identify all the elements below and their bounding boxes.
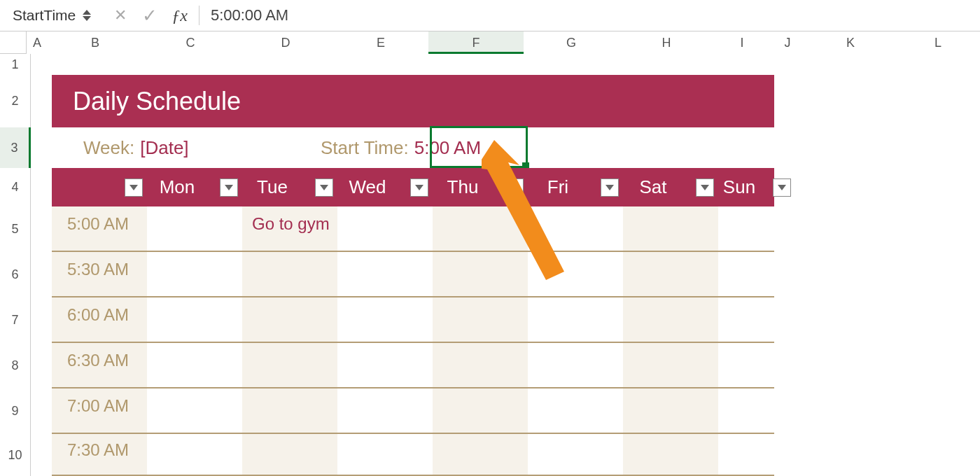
row-divider bbox=[52, 342, 774, 343]
row-header-7[interactable]: 7 bbox=[0, 298, 31, 343]
column-header-I[interactable]: I bbox=[714, 31, 770, 54]
row-header-3[interactable]: 3 bbox=[0, 127, 31, 168]
time-slot[interactable]: 5:30 AM bbox=[52, 252, 147, 287]
row-header-1[interactable]: 1 bbox=[0, 54, 31, 75]
row-divider bbox=[52, 296, 774, 298]
column-header-L[interactable]: L bbox=[896, 31, 980, 54]
column-header-H[interactable]: H bbox=[619, 31, 714, 54]
day-header-fri: Fri bbox=[514, 168, 623, 206]
formula-value[interactable]: 5:00:00 AM bbox=[211, 6, 288, 24]
column-header-D[interactable]: D bbox=[238, 31, 333, 54]
day-label: Sat bbox=[639, 176, 666, 198]
name-box-value: StartTime bbox=[13, 7, 76, 24]
day-label: Thu bbox=[447, 176, 479, 198]
day-label: Sun bbox=[723, 176, 755, 198]
day-header-thu: Thu bbox=[419, 168, 528, 206]
week-label: Week: bbox=[83, 137, 134, 159]
day-header-sun: Sun bbox=[704, 168, 795, 206]
time-slot[interactable]: 7:00 AM bbox=[52, 388, 147, 424]
time-slot[interactable]: 7:30 AM bbox=[52, 434, 147, 465]
cancel-icon[interactable]: ✕ bbox=[113, 6, 128, 24]
column-header-K[interactable]: K bbox=[805, 31, 896, 54]
column-header-E[interactable]: E bbox=[333, 31, 428, 54]
fx-icon[interactable]: ƒx bbox=[172, 6, 188, 25]
time-slot[interactable]: 6:30 AM bbox=[52, 343, 147, 378]
meta-row: Week:[Date] bbox=[83, 127, 189, 168]
chevron-down-icon bbox=[778, 185, 786, 190]
chevron-up-icon bbox=[83, 10, 91, 15]
row-header-5[interactable]: 5 bbox=[0, 206, 31, 252]
row-header-2[interactable]: 2 bbox=[0, 75, 31, 127]
select-all-corner[interactable] bbox=[0, 31, 27, 54]
sheet-area[interactable]: Daily ScheduleWeek:[Date]Start Time:5:00… bbox=[31, 54, 980, 476]
week-value[interactable]: [Date] bbox=[140, 137, 188, 159]
day-label: Tue bbox=[257, 176, 288, 198]
column-header-J[interactable]: J bbox=[770, 31, 805, 54]
day-label: Mon bbox=[160, 176, 195, 198]
day-label: Wed bbox=[349, 176, 386, 198]
day-header-tue: Tue bbox=[228, 168, 337, 206]
title-banner: Daily Schedule bbox=[52, 75, 774, 127]
schedule-entry[interactable]: Go to gym bbox=[242, 206, 337, 241]
chevron-down-icon bbox=[83, 16, 91, 21]
column-header-F[interactable]: F bbox=[428, 31, 524, 54]
column-header-C[interactable]: C bbox=[143, 31, 238, 54]
row-headers: 12345678910 bbox=[0, 54, 31, 476]
filter-button-sun[interactable] bbox=[773, 178, 791, 197]
row-header-10[interactable]: 10 bbox=[0, 434, 31, 476]
confirm-icon[interactable]: ✓ bbox=[142, 5, 158, 27]
row-header-8[interactable]: 8 bbox=[0, 343, 31, 388]
row-divider bbox=[52, 387, 774, 388]
time-slot[interactable]: 5:00 AM bbox=[52, 206, 147, 241]
day-label: Fri bbox=[547, 176, 568, 198]
formula-bar: StartTime ✕ ✓ ƒx 5:00:00 AM bbox=[0, 0, 980, 31]
cell-selection bbox=[430, 126, 528, 168]
column-header-B[interactable]: B bbox=[48, 31, 143, 54]
name-box[interactable]: StartTime bbox=[6, 4, 95, 27]
day-header-mon: Mon bbox=[133, 168, 242, 206]
day-header-sat: Sat bbox=[609, 168, 718, 206]
day-header-wed: Wed bbox=[323, 168, 433, 206]
column-header-G[interactable]: G bbox=[524, 31, 619, 54]
time-slot[interactable]: 6:00 AM bbox=[52, 298, 147, 332]
name-box-stepper[interactable] bbox=[83, 10, 91, 21]
row-header-9[interactable]: 9 bbox=[0, 388, 31, 434]
row-header-6[interactable]: 6 bbox=[0, 252, 31, 298]
row-divider bbox=[52, 433, 774, 434]
row-divider bbox=[52, 251, 774, 252]
column-header-A[interactable]: A bbox=[27, 31, 48, 54]
column-headers: ABCDEFGHIJKL bbox=[27, 31, 980, 54]
start-time-label: Start Time: bbox=[321, 137, 409, 159]
row-header-4[interactable]: 4 bbox=[0, 168, 31, 206]
divider bbox=[199, 6, 200, 25]
